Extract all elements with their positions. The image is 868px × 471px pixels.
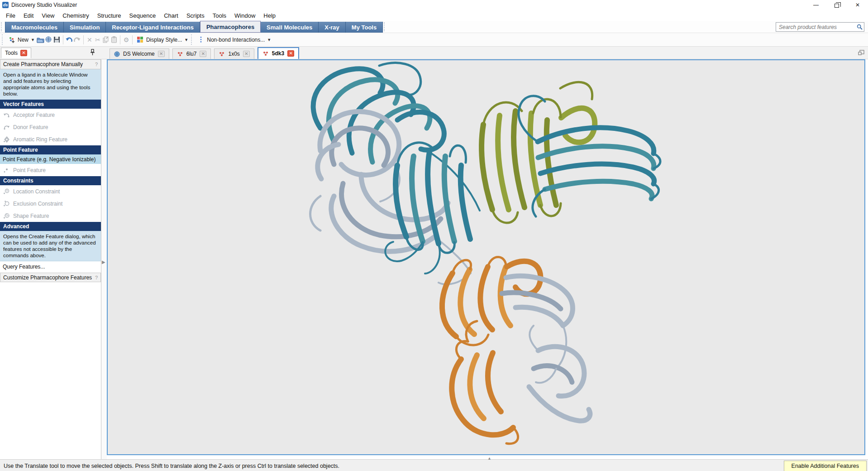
sidebar-splitter[interactable]: ▶: [101, 59, 107, 459]
copy-button[interactable]: [102, 36, 110, 43]
document-tab-bar: Tools ✕ DS Welcome ✕ 6lu7 ✕ 1x0s ✕ 5dk3 …: [0, 47, 868, 59]
search-icon[interactable]: [855, 24, 864, 30]
status-message: Use the Translate tool to move the selec…: [4, 463, 339, 469]
menu-scripts[interactable]: Scripts: [182, 11, 209, 20]
tab-close-icon[interactable]: ✕: [243, 51, 250, 57]
new-button[interactable]: New ▼: [6, 35, 37, 44]
sidebar-item-aromatic-ring-feature[interactable]: Aromatic Ring Feature: [0, 133, 101, 145]
save-button[interactable]: [53, 36, 61, 43]
sidebar-item-acceptor-feature[interactable]: Acceptor Feature: [0, 109, 101, 121]
donor-feature-icon: [3, 125, 10, 130]
ribbon-tab-pharmacophores[interactable]: Pharmacophores: [200, 21, 261, 33]
menu-structure[interactable]: Structure: [93, 11, 125, 20]
paste-button[interactable]: [110, 36, 118, 43]
menu-view[interactable]: View: [38, 11, 58, 20]
new-molecule-icon: [8, 36, 16, 43]
ribbon-tab-simulation[interactable]: Simulation: [64, 22, 106, 33]
window-title: Discovery Studio Visualizer: [11, 2, 77, 8]
ribbon-tab-receptor-ligand[interactable]: Receptor-Ligand Interactions: [106, 22, 200, 33]
ribbon-tab-my-tools[interactable]: My Tools: [346, 22, 383, 33]
sidebar-item-label: Point Feature: [13, 167, 46, 173]
tab-6lu7[interactable]: 6lu7 ✕: [172, 48, 211, 59]
sidebar-item-point-feature[interactable]: Point Feature: [0, 164, 101, 176]
tab-label: 5dk3: [272, 50, 284, 57]
menu-window[interactable]: Window: [230, 11, 259, 20]
section-advanced: Advanced: [0, 222, 101, 231]
collapse-sidebar-icon[interactable]: ▶: [102, 260, 105, 264]
menu-chart[interactable]: Chart: [160, 11, 182, 20]
toolbar-grip: [191, 34, 194, 45]
tools-panel-label: Tools: [5, 50, 18, 56]
main-area: Create Pharmacophore Manually ? Open a l…: [0, 59, 868, 459]
settings-gear-icon[interactable]: ⚙: [122, 36, 130, 43]
tab-5dk3[interactable]: 5dk3 ✕: [258, 47, 299, 59]
scroll-up-icon[interactable]: ▲: [487, 456, 491, 461]
tab-close-icon[interactable]: ✕: [158, 51, 165, 57]
sidebar-item-location-constraint[interactable]: Location Constraint: [0, 185, 101, 197]
status-bar: Use the Translate tool to move the selec…: [0, 459, 868, 471]
sidebar-item-label: Shape Feature: [13, 213, 49, 219]
tab-close-icon[interactable]: ✕: [200, 51, 206, 57]
close-button[interactable]: ✕: [847, 0, 868, 10]
section-constraints: Constraints: [0, 176, 101, 185]
point-feature-subtitle: Point Feature (e.g. Negative Ionizable): [0, 154, 101, 164]
chevron-down-icon: ▼: [31, 38, 35, 42]
open-file-button[interactable]: [37, 36, 45, 43]
sidebar-item-label: Donor Feature: [13, 124, 48, 130]
chevron-down-icon: ▼: [184, 38, 188, 42]
delete-button[interactable]: ✕: [86, 36, 94, 43]
minimize-button[interactable]: —: [806, 0, 826, 10]
sidebar-item-donor-feature[interactable]: Donor Feature: [0, 121, 101, 133]
molecule-icon: [177, 51, 183, 57]
tools-panel-tab[interactable]: Tools ✕: [1, 48, 31, 58]
menu-tools[interactable]: Tools: [209, 11, 230, 20]
help-icon[interactable]: ?: [95, 62, 98, 67]
menu-help[interactable]: Help: [259, 11, 280, 20]
search-input[interactable]: [776, 24, 855, 30]
ribbon-tab-xray[interactable]: X-ray: [319, 22, 346, 33]
sidebar-item-label: Acceptor Feature: [13, 112, 55, 118]
exclusion-constraint-icon: [3, 201, 10, 207]
ribbon-tab-macromolecules[interactable]: Macromolecules: [5, 22, 64, 33]
sidebar-title: Create Pharmacophore Manually: [3, 61, 83, 67]
cascade-windows-icon[interactable]: [858, 49, 864, 58]
tab-label: 1x0s: [228, 51, 239, 57]
sidebar-title-bar[interactable]: Create Pharmacophore Manually ?: [0, 59, 101, 69]
tab-1x0s[interactable]: 1x0s ✕: [214, 48, 254, 59]
section-vector-features: Vector Features: [0, 100, 101, 109]
tab-close-icon[interactable]: ✕: [287, 50, 294, 57]
pin-icon[interactable]: [90, 49, 95, 58]
tools-panel-close-icon[interactable]: ✕: [20, 50, 27, 56]
display-style-button[interactable]: Display Style... ▼: [134, 35, 190, 44]
menu-sequence[interactable]: Sequence: [125, 11, 160, 20]
sidebar-item-label: Exclusion Constraint: [13, 201, 62, 207]
redo-button[interactable]: [73, 36, 81, 43]
enable-additional-features-button[interactable]: Enable Additional Features: [784, 461, 867, 471]
chevron-down-icon: ▼: [267, 38, 271, 42]
sidebar-item-query-features[interactable]: Query Features...: [0, 261, 101, 272]
menu-edit[interactable]: Edit: [19, 11, 38, 20]
menu-file[interactable]: File: [2, 11, 19, 20]
molecule-icon: [219, 51, 225, 57]
advanced-description: Opens the Create Feature dialog, which c…: [0, 231, 101, 261]
new-label: New: [18, 37, 29, 43]
tab-ds-welcome[interactable]: DS Welcome ✕: [110, 48, 169, 59]
display-style-label: Display Style...: [146, 37, 182, 43]
customize-pharmacophore-bar[interactable]: Customize Pharmacophore Features ?: [0, 273, 101, 282]
nonbond-interactions-icon: [197, 36, 205, 43]
nonbond-interactions-button[interactable]: Non-bond Interactions... ▼: [195, 35, 273, 44]
product-search: [776, 22, 864, 32]
undo-button[interactable]: [65, 36, 73, 43]
document-tabs: DS Welcome ✕ 6lu7 ✕ 1x0s ✕ 5dk3 ✕: [110, 47, 299, 59]
menu-chemistry[interactable]: Chemistry: [58, 11, 93, 20]
molecule-viewport-5dk3[interactable]: [107, 59, 865, 455]
sidebar-item-exclusion-constraint[interactable]: Exclusion Constraint: [0, 197, 101, 210]
help-icon[interactable]: ?: [95, 275, 98, 280]
restore-button[interactable]: [826, 0, 847, 10]
sidebar-item-shape-feature[interactable]: Shape Feature: [0, 210, 101, 222]
tools-panel-tab-zone: Tools ✕: [0, 47, 101, 59]
open-url-button[interactable]: [45, 36, 53, 43]
customize-pharmacophore-label: Customize Pharmacophore Features: [3, 274, 92, 281]
cut-button[interactable]: ✂: [94, 36, 102, 43]
ribbon-tab-small-molecules[interactable]: Small Molecules: [261, 22, 319, 33]
